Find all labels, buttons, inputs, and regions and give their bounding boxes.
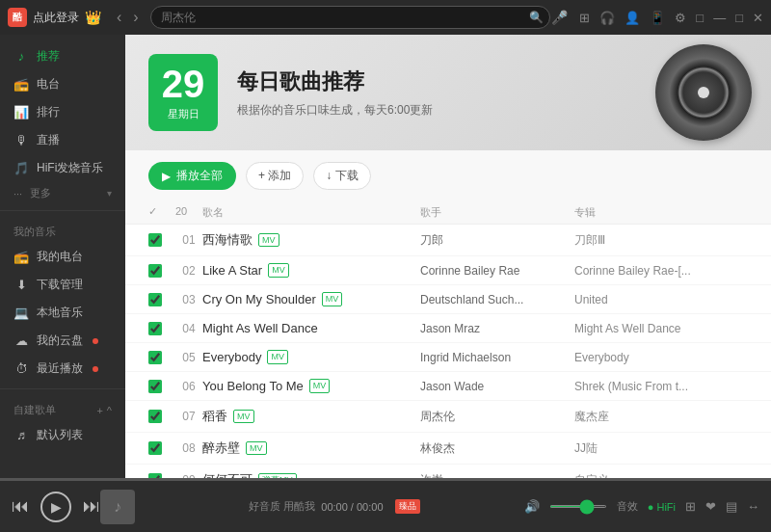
layout-icon[interactable]: ⊞ [685,499,696,514]
song-number: 07 [175,410,202,423]
prev-button[interactable]: ⏮ [12,496,29,517]
sidebar-item-recommend[interactable]: ♪ 推荐 [0,42,125,70]
sidebar-item-radio[interactable]: 📻 电台 [0,70,125,98]
song-checkbox-7[interactable] [148,441,162,455]
title-bar: 酷 点此登录 👑 ‹ › 🔍 🎤 ⊞ 🎧 👤 📱 ⚙ □ — □ ✕ [0,0,771,35]
settings-icon[interactable]: ⚙ [675,11,686,25]
song-row[interactable]: 01 西海情歌 MV 刀郎 刀郎Ⅲ [125,225,771,256]
hifi-icon: 🎵 [13,161,29,175]
song-row[interactable]: 04 Might As Well Dance Jason Mraz Might … [125,314,771,343]
recent-icon: ⏱ [13,361,29,376]
content-area: 29 星期日 每日歌曲推荐 根据你的音乐口味生成，每天6:00更新 ▶ 播放全部… [125,35,771,478]
favorite-icon[interactable]: ❤ [705,499,716,514]
header-check: ✓ [148,205,175,220]
mv-badge[interactable]: MV [268,263,289,278]
play-all-icon: ▶ [162,170,171,183]
song-row[interactable]: 06 You Belong To Me MV Jason Wade Shrek … [125,372,771,401]
custom-section-label: 自建歌单 + ^ [0,395,125,421]
download-label: ↓ 下载 [326,168,358,184]
close-button[interactable]: ✕ [753,11,763,25]
song-album: 魔杰座 [574,409,748,425]
song-checkbox-5[interactable] [148,380,162,393]
song-row[interactable]: 03 Cry On My Shoulder MV Deutschland Suc… [125,285,771,314]
bottom-bar: ⏮ ▶ ⏭ ♪ 好音质 用酷我 00:00 / 00:00 臻品 🔊 音效 ● … [0,478,771,532]
search-bar: 🔍 🎤 [150,6,569,29]
song-title: 西海情歌 [202,231,253,249]
quality-badge: 臻品 [395,499,420,514]
sidebar-item-cloud[interactable]: ☁ 我的云盘 [0,327,125,355]
sidebar-item-recent[interactable]: ⏱ 最近播放 [0,355,125,383]
mv-badge[interactable]: MV [233,410,254,424]
minimize-button[interactable]: — [713,11,726,25]
window-icon-1[interactable]: ⊞ [579,11,590,25]
sidebar-item-live[interactable]: 🎙 直播 [0,126,125,154]
date-day: 星期日 [168,107,199,121]
song-row[interactable]: 07 稻香 MV 周杰伦 魔杰座 [125,401,771,433]
search-icon: 🔍 [529,11,544,24]
song-title: Like A Star [202,263,262,278]
download-button[interactable]: ↓ 下载 [313,162,370,190]
mv-badge[interactable]: MV [258,233,279,248]
song-row[interactable]: 09 何何不可 弹幕MV 许嵩 自定义 [125,465,771,478]
header-num: 20 [175,205,202,220]
expand-icon[interactable]: ↔ [747,499,759,514]
song-artist: 刀郎 [420,232,574,249]
song-artist: Jason Wade [420,380,574,393]
mv-badge[interactable]: MV [246,441,267,456]
song-artist: 周杰伦 [420,409,574,425]
my-radio-icon: 📻 [13,250,29,264]
sidebar-item-local[interactable]: 💻 本地音乐 [0,299,125,327]
playlist-icon[interactable]: ▤ [726,499,737,514]
play-all-button[interactable]: ▶ 播放全部 [148,162,236,190]
song-checkbox-3[interactable] [148,322,162,335]
song-title: Cry On My Shoulder [202,292,316,306]
song-row[interactable]: 05 Everybody MV Ingrid Michaelson Everyb… [125,343,771,372]
song-checkbox-0[interactable] [148,233,162,247]
play-button[interactable]: ▶ [40,492,71,522]
phone-icon[interactable]: 📱 [650,11,665,25]
volume-icon[interactable]: 🔊 [524,499,540,514]
song-number: 08 [175,441,202,455]
song-album: Might As Well Dance [574,322,748,335]
mv-badge[interactable]: MV [267,350,288,364]
progress-bar[interactable] [0,478,771,481]
my-music-section-label: 我的音乐 [0,217,125,243]
sidebar-item-hifi[interactable]: 🎵 HiFi发烧音乐 [0,154,125,182]
add-playlist-icon[interactable]: + [96,405,102,416]
volume-slider[interactable] [549,505,607,508]
collapse-icon[interactable]: ^ [107,405,112,416]
song-artist: 林俊杰 [420,440,574,457]
recent-dot [93,366,98,372]
add-button[interactable]: + 添加 [246,162,304,190]
sidebar-item-more[interactable]: ··· 更多 ▾ [0,182,125,204]
mv-badge[interactable]: MV [309,379,331,393]
sidebar-item-rank[interactable]: 📊 排行 [0,98,125,126]
song-number: 06 [175,380,202,393]
song-checkbox-4[interactable] [148,351,162,364]
song-checkbox-6[interactable] [148,410,162,423]
hifi-label[interactable]: ● HiFi [648,501,676,513]
rank-icon: 📊 [13,105,29,120]
headphone-icon[interactable]: 🎧 [599,11,615,25]
mic-icon[interactable]: 🎤 [551,10,568,25]
nav-back-button[interactable]: ‹ [117,9,121,26]
login-label[interactable]: 点此登录 [33,10,79,26]
sidebar-item-download[interactable]: ⬇ 下载管理 [0,271,125,299]
sidebar-item-download-label: 下载管理 [37,277,83,293]
search-input[interactable] [150,6,551,29]
skin-icon[interactable]: □ [696,11,704,25]
song-title-wrap: 西海情歌 MV [202,231,420,249]
song-checkbox-1[interactable] [148,264,162,278]
song-checkbox-2[interactable] [148,293,162,306]
sidebar-item-my-radio[interactable]: 📻 我的电台 [0,243,125,271]
next-button[interactable]: ⏭ [83,496,100,517]
sidebar-item-default-list[interactable]: ♬ 默认列表 [0,421,125,449]
mv-badge[interactable]: MV [322,292,343,306]
maximize-button[interactable]: □ [735,11,743,25]
song-row[interactable]: 08 醉赤壁 MV 林俊杰 JJ陆 [125,433,771,465]
nav-forward-button[interactable]: › [133,9,138,26]
sidebar-item-rank-label: 排行 [37,104,60,120]
effects-label[interactable]: 音效 [617,499,638,514]
song-row[interactable]: 02 Like A Star MV Corinne Bailey Rae Cor… [125,256,771,285]
user-icon[interactable]: 👤 [625,11,640,25]
